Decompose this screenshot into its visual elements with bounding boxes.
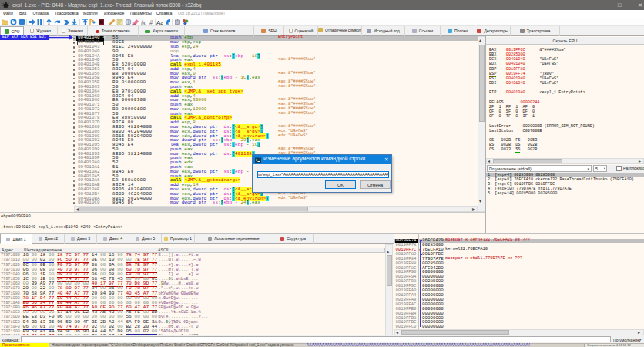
svg-text:fx: fx xyxy=(141,19,146,26)
svg-text:#: # xyxy=(149,19,153,26)
svg-text:Aа: Aа xyxy=(156,19,163,26)
